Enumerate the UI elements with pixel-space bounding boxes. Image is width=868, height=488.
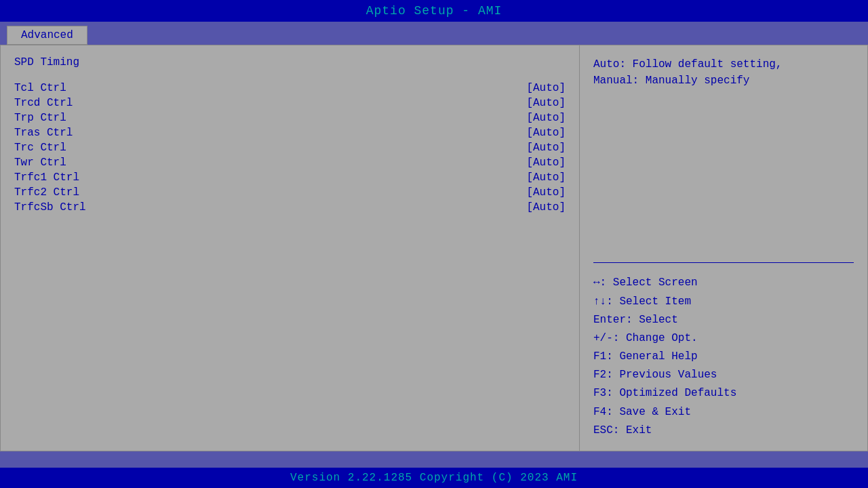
- divider: [593, 262, 854, 263]
- help-text: Auto: Follow default setting, Manual: Ma…: [593, 56, 854, 89]
- setting-value: [Auto]: [526, 186, 566, 199]
- setting-name: Trc Ctrl: [14, 142, 526, 154]
- table-row[interactable]: Trfc1 Ctrl[Auto]: [14, 171, 566, 184]
- footer: Version 2.22.1285 Copyright (C) 2023 AMI: [0, 468, 868, 488]
- setting-value: [Auto]: [526, 157, 566, 169]
- table-row[interactable]: Trcd Ctrl[Auto]: [14, 97, 566, 109]
- left-panel: SPD Timing Tcl Ctrl[Auto]Trcd Ctrl[Auto]…: [0, 45, 580, 451]
- setting-value: [Auto]: [526, 201, 566, 214]
- table-row[interactable]: Trc Ctrl[Auto]: [14, 142, 566, 154]
- setting-name: Tras Ctrl: [14, 127, 526, 139]
- setting-value: [Auto]: [526, 171, 566, 184]
- table-row[interactable]: Tcl Ctrl[Auto]: [14, 82, 566, 94]
- setting-name: Tcl Ctrl: [14, 82, 526, 94]
- setting-value: [Auto]: [526, 112, 566, 124]
- shortcut-item: +/-: Change Opt.: [593, 329, 854, 348]
- setting-name: Trfc2 Ctrl: [14, 186, 526, 199]
- shortcut-item: F1: General Help: [593, 348, 854, 366]
- shortcut-item: F2: Previous Values: [593, 366, 854, 384]
- table-row[interactable]: Trp Ctrl[Auto]: [14, 112, 566, 124]
- table-row[interactable]: Twr Ctrl[Auto]: [14, 157, 566, 169]
- shortcut-item: ESC: Exit: [593, 422, 854, 440]
- shortcut-item: ↑↓: Select Item: [593, 293, 854, 311]
- setting-name: Trfc1 Ctrl: [14, 171, 526, 184]
- tab-advanced[interactable]: Advanced: [7, 26, 87, 45]
- setting-value: [Auto]: [526, 82, 566, 94]
- footer-text: Version 2.22.1285 Copyright (C) 2023 AMI: [290, 472, 578, 484]
- setting-value: [Auto]: [526, 127, 566, 139]
- setting-name: Trcd Ctrl: [14, 97, 526, 109]
- setting-value: [Auto]: [526, 142, 566, 154]
- tab-bar: Advanced: [0, 22, 868, 45]
- shortcut-item: ↔: Select Screen: [593, 274, 854, 292]
- help-line-2: Manual: Manually specify: [593, 73, 854, 89]
- header-title: Aptio Setup - AMI: [0, 0, 868, 22]
- shortcut-item: F3: Optimized Defaults: [593, 384, 854, 403]
- setting-name: Trp Ctrl: [14, 112, 526, 124]
- shortcut-item: Enter: Select: [593, 311, 854, 329]
- table-row[interactable]: Trfc2 Ctrl[Auto]: [14, 186, 566, 199]
- setting-value: [Auto]: [526, 97, 566, 109]
- setting-name: TrfcSb Ctrl: [14, 201, 526, 214]
- settings-list: Tcl Ctrl[Auto]Trcd Ctrl[Auto]Trp Ctrl[Au…: [14, 82, 566, 214]
- right-panel: Auto: Follow default setting, Manual: Ma…: [580, 45, 868, 451]
- table-row[interactable]: Tras Ctrl[Auto]: [14, 127, 566, 139]
- title-text: Aptio Setup - AMI: [366, 4, 502, 18]
- shortcut-list: ↔: Select Screen↑↓: Select ItemEnter: Se…: [593, 274, 854, 440]
- main-content: SPD Timing Tcl Ctrl[Auto]Trcd Ctrl[Auto]…: [0, 45, 868, 451]
- help-line-1: Auto: Follow default setting,: [593, 56, 854, 73]
- section-title: SPD Timing: [14, 56, 566, 68]
- shortcut-item: F4: Save & Exit: [593, 403, 854, 422]
- setting-name: Twr Ctrl: [14, 157, 526, 169]
- table-row[interactable]: TrfcSb Ctrl[Auto]: [14, 201, 566, 214]
